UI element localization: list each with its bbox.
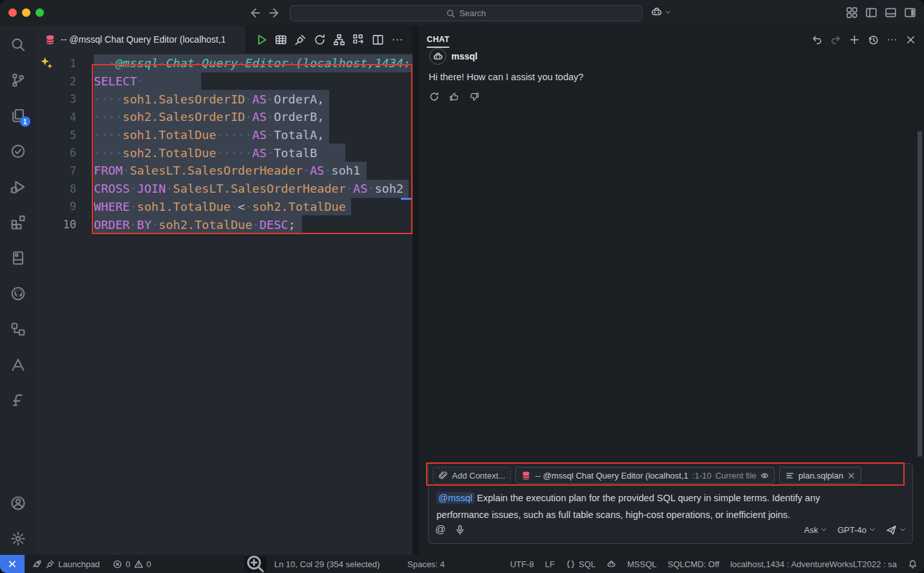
activity-bar-item-check-circle[interactable] (10, 144, 26, 159)
customize-layout-icon[interactable] (846, 6, 858, 19)
activity-bar-item-database-projects[interactable] (10, 321, 26, 337)
split-editor-icon[interactable] (372, 34, 384, 46)
line-number: 8 (36, 182, 94, 195)
chat-mode-label: Ask (804, 525, 819, 535)
plug-icon[interactable] (294, 34, 306, 46)
line-number: 6 (36, 146, 94, 159)
statusbar-item-localhost-1434-adventureworkslt2022-sa[interactable]: localhost,1434 : AdventureWorksLT2022 : … (730, 559, 897, 569)
activity-bar-item-azure[interactable] (10, 357, 26, 373)
change-connection-icon[interactable] (314, 34, 326, 46)
account-icon (10, 495, 26, 511)
warning-count: 0 (147, 559, 151, 569)
toggle-secondary-sidebar-icon[interactable] (904, 6, 916, 19)
braces-icon (566, 559, 575, 569)
settings-gear-icon (10, 531, 26, 546)
launchpad-label: Launchpad (58, 559, 100, 569)
statusbar-item-sql[interactable]: SQL (566, 559, 596, 569)
chat-input-text[interactable]: @mssql Explain the execution plan for th… (436, 490, 868, 523)
activity-bar-item-run-debug[interactable] (10, 179, 26, 195)
indentation-indicator[interactable]: Spaces: 4 (407, 555, 445, 573)
chat-input-box[interactable]: Add Context...-- @mssql Chat Query Edito… (428, 463, 913, 544)
activity-bar-item-fabric[interactable] (10, 393, 26, 408)
code-line-4[interactable]: 4····soh2.SalesOrderID·AS·OrderB, (36, 108, 413, 126)
activity-bar-item-account[interactable] (10, 495, 26, 511)
thumbs-down-icon[interactable] (469, 91, 480, 102)
zoom-window-button[interactable] (36, 8, 44, 17)
minimize-window-button[interactable] (22, 8, 30, 17)
copilot-menu-button[interactable] (650, 6, 671, 18)
context-chip-1[interactable]: -- @mssql Chat Query Editor (localhost,1… (515, 467, 774, 484)
activity-bar-item-notebook[interactable] (10, 250, 26, 266)
navigate-forward-icon[interactable] (268, 6, 283, 20)
context-chip-2[interactable]: plan.sqlplan (779, 467, 861, 484)
history-icon[interactable] (868, 34, 879, 45)
add-mention-icon[interactable]: @ (435, 524, 446, 535)
code-line-6[interactable]: 6····soh2.TotalDue·····AS·TotalB (36, 144, 413, 162)
more-icon[interactable] (886, 34, 897, 45)
line-number: 5 (36, 129, 94, 142)
selection-extension (295, 215, 302, 233)
send-button[interactable] (886, 524, 906, 535)
statusbar-label: SQL (579, 559, 596, 569)
chip-line-range: :1-10 (693, 471, 712, 481)
undo-icon[interactable] (811, 34, 822, 45)
regenerate-icon[interactable] (429, 91, 440, 102)
code-line-5[interactable]: 5····soh1.TotalDue·····AS·TotalA, (36, 126, 413, 144)
statusbar-item-mssql[interactable]: MSSQL (627, 559, 657, 569)
statusbar-item-sqlcmd-off[interactable]: SQLCMD: Off (668, 559, 720, 569)
code-line-8[interactable]: 8CROSS·JOIN·SalesLT.SalesOrderHeader·AS·… (36, 180, 413, 198)
new-chat-icon[interactable] (849, 34, 860, 45)
command-center-search[interactable]: Search (290, 5, 643, 21)
chevron-down-icon (899, 526, 906, 533)
activity-bar-item-extensions[interactable] (10, 215, 26, 230)
code-line-7[interactable]: 7FROM·SalesLT.SalesOrderHeader·AS·soh1 (36, 162, 413, 180)
close-window-button[interactable] (8, 8, 17, 17)
statusbar-item-copilot[interactable] (607, 559, 616, 569)
activity-bar-item-settings-gear[interactable] (10, 531, 26, 546)
code-line-2[interactable]: 2SELECT· (36, 72, 413, 91)
activity-bar-item-github[interactable] (10, 286, 26, 301)
redo-icon[interactable] (830, 34, 841, 45)
chevron-down-icon (665, 9, 671, 16)
close-icon[interactable] (905, 34, 916, 45)
more-actions-icon[interactable] (391, 34, 403, 46)
results-grid-icon[interactable] (275, 34, 287, 46)
code-editor[interactable]: 1--·@mssql·Chat·Query·Editor·(localhost,… (36, 53, 413, 555)
microphone-icon[interactable] (455, 524, 466, 535)
statusbar-item-bell[interactable] (908, 559, 918, 569)
toggle-panel-icon[interactable] (885, 6, 897, 19)
remote-indicator[interactable] (0, 555, 25, 573)
chevron-down-icon (821, 526, 827, 533)
add-context-chip[interactable]: Add Context... (433, 467, 511, 484)
tab-chat[interactable]: CHAT (427, 35, 449, 48)
statusbar-item-utf-8[interactable]: UTF-8 (510, 559, 534, 569)
editor-tab[interactable]: -- @mssql Chat Query Editor (localhost,1 (36, 26, 246, 53)
thumbs-up-icon[interactable] (449, 91, 460, 102)
chat-mode-dropdown[interactable]: Ask (804, 525, 828, 535)
chat-scrollbar[interactable] (918, 131, 922, 457)
code-line-10[interactable]: 10ORDER·BY·soh2.TotalDue·DESC; (36, 215, 413, 233)
activity-bar-item-search[interactable] (10, 37, 26, 52)
activity-bar-item-source-control[interactable] (10, 72, 26, 88)
run-query-icon[interactable] (255, 34, 268, 46)
code-line-9[interactable]: 9WHERE·soh1.TotalDue·<·soh2.TotalDue (36, 198, 413, 216)
problems-indicator[interactable]: 0 0 (113, 559, 151, 569)
code-line-1[interactable]: 1--·@mssql·Chat·Query·Editor·(localhost,… (36, 54, 413, 72)
error-count: 0 (125, 559, 130, 569)
cursor-position-indicator[interactable]: Ln 10, Col 29 (354 selected) (274, 555, 380, 573)
activity-bar-item-explorer[interactable]: 1 (10, 108, 26, 124)
actual-plan-icon[interactable] (352, 34, 365, 46)
code-line-3[interactable]: 3····soh1.SalesOrderID·AS·OrderA, (36, 90, 413, 108)
toggle-primary-sidebar-icon[interactable] (865, 6, 877, 19)
navigate-back-icon[interactable] (248, 6, 262, 20)
zoom-indicator[interactable] (244, 556, 266, 572)
eye-icon[interactable] (760, 471, 769, 480)
remove-chip-icon[interactable] (847, 471, 855, 480)
estimated-plan-icon[interactable] (333, 34, 345, 46)
statusbar-item-lf[interactable]: LF (545, 559, 555, 569)
selection-extension (144, 72, 201, 91)
chat-panel-header: CHAT (419, 26, 924, 53)
launchpad-button[interactable]: Launchpad (32, 559, 100, 569)
model-picker-dropdown[interactable]: GPT-4o (837, 525, 876, 535)
line-number: 4 (36, 111, 94, 124)
